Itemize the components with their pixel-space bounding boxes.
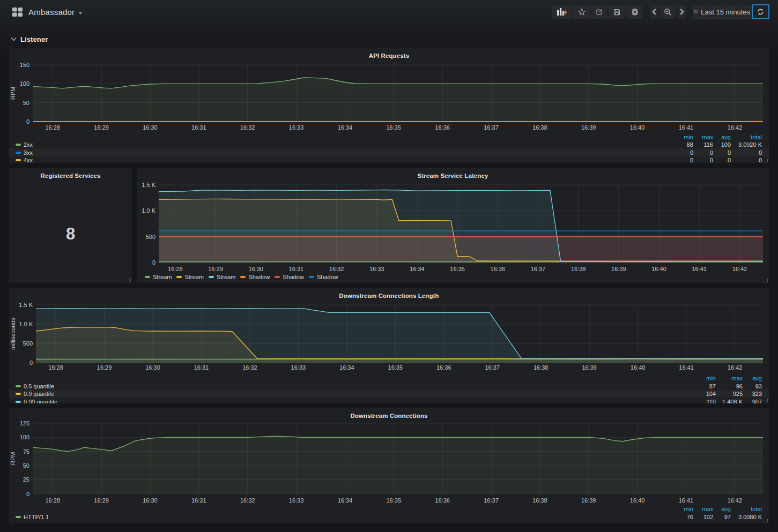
- legend-series-swatch: [240, 276, 246, 278]
- legend-item[interactable]: Shadow: [275, 274, 304, 280]
- svg-text:16:30: 16:30: [143, 124, 158, 131]
- time-forward-button[interactable]: [678, 5, 686, 19]
- panel-title[interactable]: Downstream Connections: [9, 408, 769, 423]
- legend-series-name[interactable]: HTTP/1.1: [24, 513, 49, 521]
- svg-text:16:30: 16:30: [248, 266, 263, 272]
- svg-text:16:36: 16:36: [491, 266, 506, 272]
- legend-item[interactable]: Shadow: [309, 274, 338, 280]
- share-button[interactable]: [591, 5, 607, 19]
- y-axis-label: RPM: [10, 452, 16, 465]
- svg-text:16:36: 16:36: [435, 497, 450, 504]
- svg-text:16:38: 16:38: [534, 364, 549, 371]
- settings-button[interactable]: [626, 5, 643, 19]
- legend-series-name[interactable]: 3xx: [24, 149, 33, 157]
- dashboard-title[interactable]: Ambassador: [28, 8, 75, 17]
- svg-text:16:29: 16:29: [94, 497, 109, 504]
- legend-series-name[interactable]: 0.5 quantile: [24, 383, 54, 391]
- panel-api-requests: API Requests 05010015016:2816:2916:3016:…: [9, 48, 769, 163]
- legend-item[interactable]: Shadow: [240, 274, 270, 280]
- panel-registered-services: Registered Services 8: [9, 168, 132, 283]
- star-icon: [577, 8, 586, 16]
- legend-value: 102: [703, 513, 713, 521]
- legend-series-swatch[interactable]: [16, 152, 21, 154]
- legend-header-min[interactable]: min: [684, 505, 693, 513]
- legend-header-avg[interactable]: avg: [752, 374, 762, 383]
- svg-text:16:35: 16:35: [450, 266, 465, 272]
- legend-item[interactable]: Stream: [209, 274, 235, 280]
- legend-series-name[interactable]: 4xx: [24, 156, 33, 163]
- refresh-button[interactable]: [752, 4, 769, 19]
- legend-row: 0.99 quantile1101.408 K907: [9, 398, 769, 403]
- dashboard-grid-icon[interactable]: [12, 8, 23, 17]
- panel-resize-handle[interactable]: [764, 399, 768, 402]
- svg-text:16:37: 16:37: [484, 124, 499, 131]
- panel-title[interactable]: Registered Services: [9, 168, 132, 183]
- legend-header-total[interactable]: total: [751, 133, 762, 141]
- legend-value: 3.0920 K: [738, 141, 762, 149]
- svg-text:16:29: 16:29: [94, 124, 109, 131]
- zoom-out-button[interactable]: [660, 5, 676, 19]
- svg-text:0: 0: [26, 491, 29, 497]
- legend-series-name[interactable]: 0.99 quantile: [24, 398, 57, 404]
- legend-series-swatch[interactable]: [16, 516, 21, 518]
- svg-text:16:30: 16:30: [143, 497, 158, 504]
- legend-header-max[interactable]: max: [702, 505, 713, 513]
- legend-series-swatch[interactable]: [16, 393, 21, 395]
- y-axis-label: milliseconds: [10, 318, 16, 350]
- panel-resize-handle[interactable]: [764, 519, 768, 522]
- panel-resize-handle[interactable]: [764, 279, 768, 282]
- panel-resize-handle[interactable]: [764, 159, 768, 162]
- svg-text:16:34: 16:34: [410, 266, 425, 272]
- svg-text:500: 500: [23, 340, 33, 347]
- legend-header-avg[interactable]: avg: [721, 505, 731, 513]
- legend-row: 2xx881161003.0920 K: [9, 141, 769, 149]
- add-panel-button[interactable]: [552, 5, 572, 19]
- legend-header-min[interactable]: min: [684, 133, 693, 141]
- legend-header-max[interactable]: max: [731, 374, 743, 383]
- legend-value: 0: [759, 156, 762, 163]
- time-back-button[interactable]: [650, 5, 658, 19]
- legend-value: 0: [759, 149, 762, 157]
- panel-title[interactable]: Downstream Connections Length: [9, 288, 769, 303]
- legend-header-min[interactable]: min: [706, 374, 716, 383]
- row-title: Listener: [20, 35, 48, 43]
- svg-text:16:40: 16:40: [651, 266, 666, 272]
- svg-text:16:28: 16:28: [48, 364, 63, 371]
- legend-header-max[interactable]: max: [702, 133, 713, 141]
- svg-text:500: 500: [146, 234, 155, 240]
- svg-text:16:34: 16:34: [338, 497, 353, 504]
- svg-text:16:41: 16:41: [679, 124, 694, 131]
- svg-text:16:37: 16:37: [485, 364, 500, 371]
- legend-value: 907: [752, 398, 762, 404]
- time-picker-button[interactable]: Last 15 minutes: [693, 5, 751, 19]
- panel-resize-handle[interactable]: [127, 279, 131, 282]
- legend-item[interactable]: Stream: [176, 274, 203, 280]
- legend-row: 3xx0000: [9, 148, 769, 156]
- panel-title[interactable]: API Requests: [9, 48, 769, 63]
- row-header-listener[interactable]: Listener: [11, 33, 48, 45]
- legend-series-swatch[interactable]: [16, 385, 21, 387]
- legend-series-name[interactable]: 0.9 quantile: [24, 390, 54, 398]
- legend-table: minmaxavgtotalHTTP/1.176102973.0080 K: [9, 505, 769, 521]
- legend-series-swatch[interactable]: [16, 144, 21, 146]
- legend-series-name[interactable]: 2xx: [24, 141, 33, 149]
- legend-value: 1.408 K: [722, 398, 743, 404]
- svg-text:16:31: 16:31: [289, 266, 304, 272]
- legend-item[interactable]: Stream: [145, 274, 172, 280]
- legend-value: 88: [687, 141, 693, 149]
- legend-header-total[interactable]: total: [751, 505, 762, 513]
- svg-text:16:28: 16:28: [45, 124, 60, 131]
- legend-header-avg[interactable]: avg: [721, 133, 731, 141]
- svg-text:50: 50: [23, 100, 29, 106]
- stream-chart[interactable]: 05001.0 K1.5 K16:2816:2916:3016:3116:321…: [137, 168, 769, 283]
- svg-text:16:38: 16:38: [532, 124, 547, 131]
- legend-series-swatch[interactable]: [16, 401, 21, 403]
- svg-text:16:29: 16:29: [97, 364, 112, 371]
- save-button[interactable]: [609, 5, 625, 19]
- svg-text:16:40: 16:40: [630, 124, 645, 131]
- panel-title[interactable]: Stream Service Latency: [137, 168, 769, 183]
- legend-series-swatch[interactable]: [16, 159, 21, 161]
- legend-series-swatch: [145, 276, 150, 278]
- svg-text:16:38: 16:38: [571, 266, 586, 272]
- star-button[interactable]: [573, 5, 590, 19]
